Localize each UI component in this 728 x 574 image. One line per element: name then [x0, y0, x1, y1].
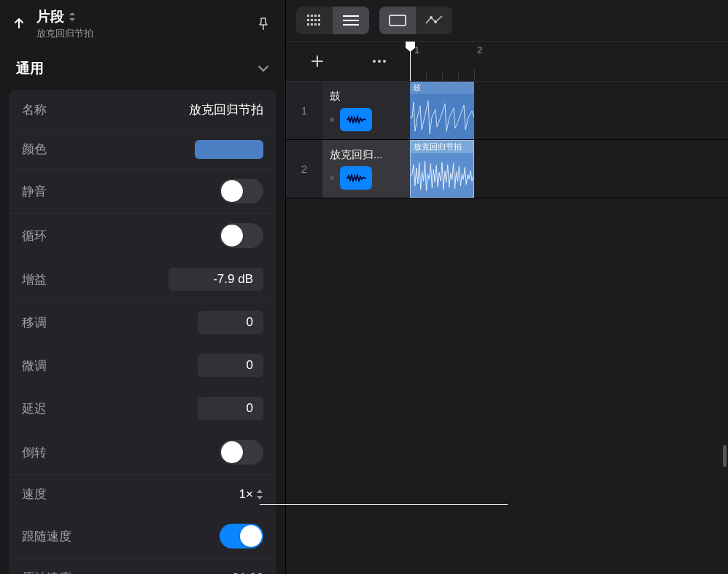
- svg-point-19: [378, 60, 381, 63]
- more-options-button[interactable]: [348, 42, 410, 81]
- speed-value-text: 1×: [239, 487, 253, 502]
- svg-rect-7: [318, 19, 320, 21]
- color-row: 颜色: [9, 129, 276, 168]
- svg-rect-8: [307, 23, 309, 26]
- playhead[interactable]: [410, 42, 411, 81]
- stepper-icon[interactable]: [256, 489, 263, 500]
- track-row: 1 鼓 鼓: [286, 82, 728, 140]
- back-arrow-icon[interactable]: [10, 15, 28, 33]
- original-tempo-value: 91.00: [232, 571, 263, 575]
- svg-rect-6: [314, 19, 317, 21]
- speed-value[interactable]: 1×: [239, 487, 263, 502]
- original-tempo-label: 原始速度: [22, 570, 71, 574]
- finetune-value[interactable]: 0: [198, 354, 263, 377]
- svg-rect-1: [311, 15, 313, 17]
- svg-rect-0: [307, 15, 309, 17]
- timeline-ruler[interactable]: 1 2: [410, 42, 728, 81]
- delay-label: 延迟: [22, 400, 47, 417]
- follow-tempo-toggle[interactable]: [220, 524, 263, 548]
- gain-value[interactable]: -7.9 dB: [169, 268, 263, 291]
- track-number[interactable]: 1: [286, 82, 322, 139]
- svg-point-20: [383, 60, 386, 63]
- mute-row: 静音: [9, 168, 276, 213]
- svg-point-16: [430, 16, 433, 19]
- mute-toggle[interactable]: [220, 179, 263, 203]
- delay-row: 延迟 0: [9, 387, 276, 430]
- svg-rect-10: [314, 23, 317, 26]
- reverse-toggle[interactable]: [220, 440, 263, 465]
- inspector-subtitle: 放克回归节拍: [36, 27, 244, 40]
- view-mode-group: [296, 7, 369, 34]
- track-lane[interactable]: 放克回归节拍: [410, 140, 728, 198]
- loop-toggle[interactable]: [220, 223, 263, 248]
- pin-button[interactable]: [253, 14, 274, 34]
- inspector-title[interactable]: 片段: [36, 7, 64, 26]
- svg-rect-11: [318, 23, 320, 26]
- transpose-value[interactable]: 0: [198, 311, 263, 334]
- tracks-toolbar: [286, 0, 728, 41]
- ruler-marker-1: 1: [414, 44, 419, 55]
- properties-list: 名称 放克回归节拍 颜色 静音 循环 增益 -7.9 dB 移调 0: [9, 90, 276, 574]
- audio-clip[interactable]: 鼓: [410, 82, 474, 139]
- speed-row: 速度 1×: [9, 474, 276, 513]
- section-title: 通用: [16, 59, 44, 78]
- clip-label: 鼓: [410, 82, 474, 94]
- track-lane[interactable]: 鼓: [410, 82, 728, 139]
- svg-rect-9: [311, 23, 313, 26]
- track-row: 2 放克回归... 放克回归节拍: [286, 140, 728, 198]
- section-header[interactable]: 通用: [0, 49, 285, 90]
- track-name: 鼓: [330, 90, 403, 104]
- add-track-button[interactable]: [286, 42, 348, 81]
- region-view-button[interactable]: [379, 7, 416, 34]
- track-number[interactable]: 2: [286, 140, 322, 198]
- gain-label: 增益: [22, 271, 47, 288]
- audio-track-icon: [340, 166, 372, 190]
- svg-rect-5: [311, 19, 313, 21]
- timeline-header: 1 2: [286, 41, 728, 82]
- reverse-row: 倒转: [9, 430, 276, 474]
- reverse-label: 倒转: [22, 444, 47, 461]
- chevron-down-icon[interactable]: [257, 62, 269, 75]
- track-indicator-dot: [330, 117, 334, 122]
- finetune-label: 微调: [22, 357, 47, 374]
- svg-point-17: [434, 20, 437, 23]
- list-view-button[interactable]: [333, 7, 369, 34]
- mute-label: 静音: [22, 183, 47, 200]
- sort-arrows-icon[interactable]: [69, 12, 76, 21]
- name-row: 名称 放克回归节拍: [9, 90, 276, 129]
- track-header[interactable]: 放克回归...: [322, 140, 410, 198]
- track-name: 放克回归...: [330, 148, 403, 162]
- name-label: 名称: [22, 101, 47, 118]
- callout-line: [260, 504, 508, 505]
- original-tempo-row: 原始速度 91.00: [9, 558, 276, 574]
- loop-label: 循环: [22, 228, 47, 244]
- svg-point-18: [373, 60, 376, 63]
- delay-value[interactable]: 0: [198, 397, 263, 420]
- scrollbar-thumb[interactable]: [723, 445, 727, 467]
- grid-view-button[interactable]: [296, 7, 333, 34]
- speed-label: 速度: [22, 486, 47, 503]
- color-swatch[interactable]: [195, 140, 263, 159]
- track-list: 1 鼓 鼓 2: [286, 82, 728, 198]
- svg-rect-4: [307, 19, 309, 21]
- audio-track-icon: [340, 108, 372, 131]
- gain-row: 增益 -7.9 dB: [9, 257, 276, 300]
- loop-row: 循环: [9, 213, 276, 257]
- automation-view-button[interactable]: [416, 7, 452, 34]
- transpose-row: 移调 0: [9, 300, 276, 344]
- display-mode-group: [379, 7, 452, 34]
- audio-clip-selected[interactable]: 放克回归节拍: [410, 140, 474, 198]
- follow-tempo-label: 跟随速度: [22, 528, 71, 545]
- inspector-header: 片段 放克回归节拍: [0, 0, 285, 49]
- color-label: 颜色: [22, 141, 47, 158]
- inspector-panel: 片段 放克回归节拍 通用 名称 放克回归节拍: [0, 0, 286, 574]
- tracks-area: 1 2 1 鼓: [286, 0, 728, 574]
- name-value[interactable]: 放克回归节拍: [189, 101, 263, 118]
- follow-tempo-row: 跟随速度: [9, 513, 276, 558]
- ruler-marker-2: 2: [477, 44, 482, 55]
- track-indicator-dot: [330, 176, 334, 180]
- svg-rect-2: [314, 15, 317, 17]
- track-header[interactable]: 鼓: [322, 82, 410, 139]
- clip-label: 放克回归节拍: [411, 141, 473, 153]
- transpose-label: 移调: [22, 314, 47, 331]
